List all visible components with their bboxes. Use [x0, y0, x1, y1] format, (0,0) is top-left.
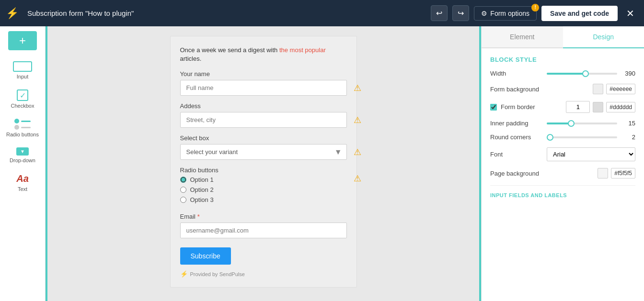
center-canvas: Once a week we send a digest with the mo…: [47, 26, 479, 301]
form-group-select: Select box Select your variant Option 1 …: [180, 134, 347, 160]
radio-label-3: Option 3: [190, 196, 214, 203]
round-corners-slider[interactable]: [547, 136, 617, 138]
form-bg-value: #eeeeee: [606, 84, 635, 94]
form-bg-label: Form background: [490, 86, 543, 93]
form-border-label: Form border: [501, 103, 553, 111]
redo-button[interactable]: ↪: [452, 5, 469, 21]
form-preview: Once a week we send a digest with the mo…: [170, 36, 357, 288]
dropdown-icon: ▼: [16, 147, 29, 156]
field-label-email: Email *: [180, 213, 347, 220]
add-block-button[interactable]: +: [8, 31, 37, 50]
field-label-radio: Radio buttons: [180, 167, 347, 174]
field-input-address[interactable]: [180, 112, 347, 128]
radio-label-2: Option 2: [190, 186, 214, 193]
sidebar-item-input[interactable]: Input: [1, 57, 44, 83]
input-field-icon: [13, 61, 32, 72]
sidebar-item-text-label: Text: [18, 186, 27, 192]
form-bg-swatch[interactable]: [593, 84, 603, 94]
sidebar-item-dropdown[interactable]: ▼ Drop-down: [1, 144, 44, 167]
right-panel: Element Design BLOCK STYLE Width 390 For…: [481, 26, 644, 301]
text-icon: Aa: [16, 173, 29, 184]
sidebar-item-radio-label: Radio buttons: [6, 132, 39, 137]
form-group-address: Addess ⚠: [180, 102, 347, 128]
prop-page-background: Page background #f5f5f5: [490, 168, 635, 178]
powered-by: ⚡ Provided by SendPulse: [180, 270, 347, 278]
form-border-swatch[interactable]: [593, 102, 603, 112]
save-button[interactable]: Save and get code: [541, 6, 618, 21]
radio-input-1[interactable]: [180, 177, 186, 183]
left-sidebar: + Input ✓ Checkbox Radio buttons: [0, 26, 46, 301]
warning-icon-select: ⚠: [354, 147, 361, 157]
inner-padding-slider[interactable]: [547, 123, 617, 124]
checkbox-icon: ✓: [17, 89, 28, 101]
round-corners-label: Round corners: [490, 134, 543, 141]
logo-icon: ⚡: [6, 7, 19, 20]
gear-icon: ⚙: [481, 10, 487, 17]
page-bg-swatch[interactable]: [598, 168, 608, 178]
radio-input-2[interactable]: [180, 187, 186, 193]
prop-round-corners: Round corners 2: [490, 134, 635, 141]
right-panel-tabs: Element Design: [482, 26, 644, 48]
field-select[interactable]: Select your variant Option 1 Option 2: [180, 144, 347, 160]
round-corners-value: 2: [621, 134, 635, 141]
section-divider: [490, 185, 635, 186]
page-bg-value: #f5f5f5: [611, 168, 635, 178]
undo-button[interactable]: ↩: [431, 5, 448, 21]
radio-option-2[interactable]: Option 2: [180, 186, 214, 193]
form-subtitle: Once a week we send a digest with the mo…: [180, 46, 347, 63]
sidebar-item-input-label: Input: [17, 74, 28, 79]
inner-padding-value: 15: [621, 120, 635, 127]
sidebar-item-dropdown-label: Drop-down: [10, 157, 35, 163]
form-group-radio: Radio buttons Option 1 Option 2: [180, 167, 347, 206]
form-options-button[interactable]: ⚙ Element Form options: [474, 6, 537, 21]
form-options-label: Form options: [490, 10, 529, 17]
form-group-name: Your name ⚠: [180, 70, 347, 96]
required-star: *: [197, 213, 200, 220]
font-select[interactable]: Arial Georgia Verdana: [547, 147, 635, 161]
field-input-email[interactable]: [180, 223, 347, 238]
sidebar-item-checkbox-label: Checkbox: [11, 103, 34, 109]
field-label-address: Addess: [180, 102, 347, 110]
prop-form-background: Form background #eeeeee: [490, 84, 635, 94]
width-value: 390: [621, 70, 635, 77]
inner-padding-label: Inner padding: [490, 120, 543, 127]
page-title: Subscription form "How to plugin": [27, 9, 426, 17]
input-fields-title: INPUT FIELDS AND LABELS: [490, 192, 635, 198]
radio-label-1: Option 1: [190, 176, 214, 183]
right-panel-body: BLOCK STYLE Width 390 Form background #e…: [482, 48, 644, 301]
form-border-width[interactable]: [566, 101, 590, 113]
block-style-title: BLOCK STYLE: [490, 56, 635, 63]
warning-icon-address: ⚠: [354, 115, 361, 125]
sidebar-item-radio[interactable]: Radio buttons: [1, 115, 44, 141]
page-bg-label: Page background: [490, 170, 543, 177]
field-label-select: Select box: [180, 134, 347, 142]
subscribe-button[interactable]: Subscribe: [180, 247, 231, 265]
radio-icon: [14, 119, 31, 130]
prop-inner-padding: Inner padding 15: [490, 120, 635, 127]
prop-width: Width 390: [490, 70, 635, 77]
font-label: Font: [490, 151, 543, 158]
radio-group: Option 1 Option 2 Option 3: [180, 176, 214, 206]
main-layout: + Input ✓ Checkbox Radio buttons: [0, 26, 644, 301]
sidebar-item-checkbox[interactable]: ✓ Checkbox: [1, 86, 44, 112]
prop-font: Font Arial Georgia Verdana: [490, 147, 635, 161]
warning-icon-radio: ⚠: [354, 173, 361, 184]
radio-option-3[interactable]: Option 3: [180, 196, 214, 203]
warning-icon-name: ⚠: [354, 83, 361, 93]
topbar: ⚡ Subscription form "How to plugin" ↩ ↪ …: [0, 0, 644, 26]
powered-label: Provided by SendPulse: [190, 271, 245, 277]
prop-form-border: Form border #dddddd: [490, 101, 635, 113]
form-border-color-value: #dddddd: [606, 102, 635, 112]
tab-element[interactable]: Element: [482, 26, 563, 47]
tab-design[interactable]: Design: [563, 26, 644, 48]
radio-input-3[interactable]: [180, 197, 186, 203]
form-border-checkbox[interactable]: [490, 104, 497, 111]
form-group-email: Email *: [180, 213, 347, 238]
sendpulse-icon: ⚡: [180, 270, 188, 278]
sidebar-item-text[interactable]: Aa Text: [1, 169, 44, 196]
field-input-name[interactable]: [180, 80, 347, 96]
radio-option-1[interactable]: Option 1: [180, 176, 214, 183]
width-slider[interactable]: [547, 73, 617, 75]
width-label: Width: [490, 70, 543, 77]
close-button[interactable]: ✕: [622, 6, 638, 21]
